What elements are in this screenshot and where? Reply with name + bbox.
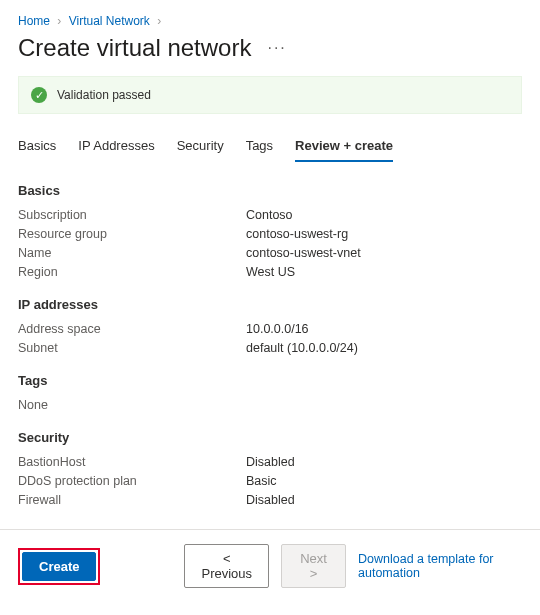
- kv-firewall: Firewall Disabled: [18, 493, 522, 507]
- page-title: Create virtual network: [18, 34, 251, 62]
- kv-region: Region West US: [18, 265, 522, 279]
- footer-action-bar: Create < Previous Next > Download a temp…: [0, 529, 540, 604]
- kv-subscription: Subscription Contoso: [18, 208, 522, 222]
- validation-text: Validation passed: [57, 88, 151, 102]
- label-resource-group: Resource group: [18, 227, 246, 241]
- previous-button[interactable]: < Previous: [184, 544, 269, 588]
- label-address-space: Address space: [18, 322, 246, 336]
- tab-basics[interactable]: Basics: [18, 132, 56, 161]
- section-title-basics: Basics: [18, 183, 522, 198]
- chevron-right-icon: ›: [157, 14, 161, 28]
- label-ddos: DDoS protection plan: [18, 474, 246, 488]
- value-address-space: 10.0.0.0/16: [246, 322, 309, 336]
- value-subnet: default (10.0.0.0/24): [246, 341, 358, 355]
- tab-bar: Basics IP Addresses Security Tags Review…: [18, 132, 522, 161]
- section-title-security: Security: [18, 430, 522, 445]
- value-tags-none: None: [18, 398, 522, 412]
- download-template-link[interactable]: Download a template for automation: [358, 552, 522, 580]
- breadcrumb-home[interactable]: Home: [18, 14, 50, 28]
- kv-resource-group: Resource group contoso-uswest-rg: [18, 227, 522, 241]
- breadcrumb-virtual-network[interactable]: Virtual Network: [69, 14, 150, 28]
- kv-address-space: Address space 10.0.0.0/16: [18, 322, 522, 336]
- check-circle-icon: ✓: [31, 87, 47, 103]
- label-subnet: Subnet: [18, 341, 246, 355]
- kv-name: Name contoso-uswest-vnet: [18, 246, 522, 260]
- section-title-ip: IP addresses: [18, 297, 522, 312]
- label-firewall: Firewall: [18, 493, 246, 507]
- value-subscription: Contoso: [246, 208, 293, 222]
- create-button[interactable]: Create: [22, 552, 96, 581]
- more-actions-button[interactable]: ···: [263, 39, 290, 57]
- value-firewall: Disabled: [246, 493, 295, 507]
- value-bastion: Disabled: [246, 455, 295, 469]
- label-subscription: Subscription: [18, 208, 246, 222]
- create-button-highlight: Create: [18, 548, 100, 585]
- section-title-tags: Tags: [18, 373, 522, 388]
- tab-review-create[interactable]: Review + create: [295, 132, 393, 161]
- chevron-right-icon: ›: [57, 14, 61, 28]
- kv-bastion: BastionHost Disabled: [18, 455, 522, 469]
- next-button: Next >: [281, 544, 346, 588]
- tab-security[interactable]: Security: [177, 132, 224, 161]
- kv-subnet: Subnet default (10.0.0.0/24): [18, 341, 522, 355]
- value-name: contoso-uswest-vnet: [246, 246, 361, 260]
- kv-ddos: DDoS protection plan Basic: [18, 474, 522, 488]
- tab-tags[interactable]: Tags: [246, 132, 273, 161]
- value-ddos: Basic: [246, 474, 277, 488]
- value-resource-group: contoso-uswest-rg: [246, 227, 348, 241]
- label-bastion: BastionHost: [18, 455, 246, 469]
- label-region: Region: [18, 265, 246, 279]
- value-region: West US: [246, 265, 295, 279]
- tab-ip-addresses[interactable]: IP Addresses: [78, 132, 154, 161]
- breadcrumb: Home › Virtual Network ›: [18, 10, 522, 34]
- label-name: Name: [18, 246, 246, 260]
- validation-banner: ✓ Validation passed: [18, 76, 522, 114]
